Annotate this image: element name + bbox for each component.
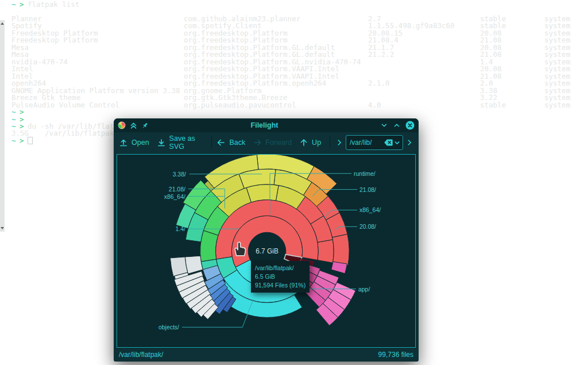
tooltip-size: 6.5 GiB — [255, 272, 305, 281]
callout-label: objects/ — [158, 324, 179, 331]
callout-label: 21.08/ — [169, 186, 185, 193]
callout-label: 3.38/ — [173, 171, 186, 178]
maximize-button[interactable] — [393, 121, 401, 129]
callout-label: 21.08/ — [359, 187, 376, 193]
statusbar-path: /var/lib/flatpak/ — [119, 351, 378, 359]
callout-label: x86_64/ — [359, 207, 381, 213]
callout-label: 20.08/ — [359, 224, 376, 230]
up-arrow-icon — [299, 138, 308, 147]
clear-location-icon[interactable] — [384, 139, 393, 147]
statusbar: /var/lib/flatpak/ 99,736 files — [114, 348, 419, 362]
pin-icon[interactable] — [141, 122, 149, 129]
chart-segment[interactable] — [185, 256, 203, 274]
sunburst-chart[interactable]: 3.38/21.08/x86_64/1.4/runtime/21.08/x86_… — [117, 155, 415, 347]
up-label: Up — [312, 139, 321, 147]
callout-label: 1.4/ — [175, 226, 185, 232]
minimize-button[interactable] — [380, 121, 388, 129]
forward-button[interactable]: Forward — [253, 138, 292, 147]
chart-segment[interactable] — [200, 230, 218, 262]
location-dropdown-icon[interactable] — [393, 139, 401, 147]
cursor-hand-icon — [232, 241, 247, 259]
toolbar-separator — [211, 136, 212, 149]
chart-panel: 3.38/21.08/x86_64/1.4/runtime/21.08/x86_… — [117, 154, 416, 348]
back-arrow-icon — [216, 138, 226, 147]
terminal-line: ~> — [0, 108, 588, 116]
callout-label: app/ — [358, 286, 370, 293]
toolbar-separator — [330, 136, 330, 149]
tooltip-files: 91,594 Files (91%) — [255, 281, 305, 290]
forward-arrow-icon — [253, 138, 262, 147]
open-label: Open — [131, 139, 149, 147]
terminal-line: PulseAudio Volume Controlorg.pulseaudio.… — [0, 101, 588, 109]
forward-label: Forward — [265, 139, 292, 147]
back-label: Back — [229, 139, 245, 147]
scroll-up-arrow-icon[interactable] — [1, 22, 4, 25]
open-icon — [119, 138, 128, 147]
chart-segment[interactable] — [332, 234, 349, 266]
chart-segment[interactable] — [246, 185, 278, 202]
callout-label: x86_64/ — [164, 194, 185, 200]
window-title: Filelight — [149, 121, 380, 129]
tooltip-path: /var/lib/flatpak/ — [255, 264, 305, 272]
close-button[interactable] — [405, 121, 415, 130]
location-input[interactable] — [350, 139, 384, 147]
terminal-cursor — [28, 137, 33, 144]
breadcrumb-chevron-icon[interactable] — [335, 139, 343, 147]
save-as-svg-label: Save as SVG — [169, 135, 203, 151]
open-button[interactable]: Open — [119, 138, 149, 147]
breadcrumb-next-chevron-icon[interactable] — [405, 139, 413, 147]
location-bar[interactable] — [346, 135, 403, 150]
hover-tooltip: /var/lib/flatpak/ 6.5 GiB 91,594 Files (… — [251, 261, 310, 293]
keep-above-icon[interactable] — [130, 122, 137, 129]
toolbar: Open Save as SVG Back Forward Up — [114, 132, 419, 153]
titlebar[interactable]: Filelight — [114, 118, 419, 132]
up-button[interactable]: Up — [299, 138, 321, 147]
chart-segment[interactable] — [318, 240, 334, 263]
filelight-window: Filelight Open — [114, 118, 419, 362]
back-button[interactable]: Back — [216, 138, 245, 147]
save-as-svg-button[interactable]: Save as SVG — [157, 135, 203, 151]
background-window-scrollbar[interactable] — [0, 20, 5, 232]
filelight-app-icon — [118, 121, 126, 129]
callout-label: runtime/ — [354, 171, 376, 177]
scroll-down-arrow-icon[interactable] — [1, 227, 4, 229]
chart-segment[interactable] — [331, 262, 347, 274]
statusbar-file-count: 99,736 files — [378, 351, 413, 359]
terminal-line: GNOME Application Platform version 3.38o… — [0, 87, 588, 94]
save-icon — [157, 138, 166, 147]
center-size-label: 6.7 GiB — [256, 247, 278, 255]
